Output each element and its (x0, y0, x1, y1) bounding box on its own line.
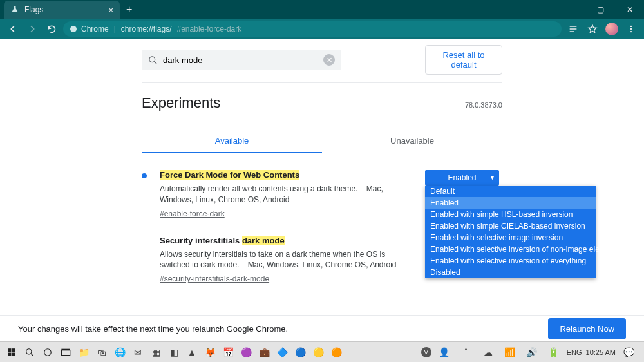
app-icon[interactable]: 💼 (255, 343, 273, 361)
dropdown-option[interactable]: Disabled (425, 267, 596, 278)
chrome-icon[interactable]: 🔵 (291, 343, 309, 361)
modified-dot-icon (142, 173, 147, 178)
firefox-icon[interactable]: 🦊 (201, 343, 219, 361)
footer-message: Your changes will take effect the next t… (18, 324, 288, 334)
svg-point-4 (149, 56, 155, 62)
page-content: ✕ Reset all to default Experiments 78.0.… (0, 39, 644, 316)
search-input[interactable] (163, 55, 318, 65)
relaunch-footer: Your changes will take effect the next t… (0, 316, 644, 341)
address-bar[interactable]: Chrome | chrome://flags/#enable-force-da… (63, 21, 562, 37)
clear-search-button[interactable]: ✕ (323, 54, 335, 66)
window-titlebar: Flags × + — ▢ ✕ (0, 0, 644, 19)
tabs: Available Unavailable (142, 129, 502, 153)
flag-title: Security interstitials dark mode (160, 236, 412, 245)
site-info-chip[interactable]: Chrome (70, 24, 109, 33)
url-fragment: #enable-force-dark (177, 24, 242, 33)
svg-point-10 (44, 348, 52, 356)
browser-tab[interactable]: Flags × (4, 1, 120, 19)
svg-rect-6 (12, 348, 15, 352)
onedrive-icon[interactable]: ☁ (479, 343, 497, 361)
version-text: 78.0.3873.0 (465, 101, 502, 109)
svg-rect-7 (8, 352, 11, 356)
app-icon[interactable]: 🟡 (309, 343, 327, 361)
flag-dropdown[interactable]: Default Enabled Enabled with simple HSL-… (425, 186, 596, 278)
tray-badge[interactable]: V (421, 347, 431, 357)
notifications-icon[interactable]: 💬 (620, 343, 638, 361)
edge-icon[interactable]: 🌐 (111, 343, 129, 361)
reload-button[interactable] (44, 21, 59, 37)
close-button[interactable]: ✕ (615, 0, 644, 19)
reader-icon[interactable] (565, 21, 581, 37)
volume-icon[interactable]: 🔊 (523, 343, 541, 361)
taskview-icon[interactable] (57, 343, 75, 361)
dropdown-option[interactable]: Enabled with simple HSL-based inversion (425, 209, 596, 220)
caret-down-icon: ▼ (489, 175, 495, 181)
browser-toolbar: Chrome | chrome://flags/#enable-force-da… (0, 19, 644, 39)
svg-rect-11 (61, 350, 70, 355)
flag-item: Force Dark Mode for Web Contents Automat… (142, 170, 502, 219)
new-tab-button[interactable]: + (126, 4, 132, 15)
app-icon[interactable]: 🟣 (237, 343, 255, 361)
search-icon[interactable] (21, 343, 39, 361)
back-button[interactable] (5, 21, 21, 37)
search-row: ✕ Reset all to default (142, 39, 502, 83)
tab-available[interactable]: Available (142, 129, 322, 153)
app-icon[interactable]: 🟠 (327, 343, 345, 361)
svg-rect-8 (12, 352, 15, 356)
url-main: chrome://flags/ (121, 24, 172, 33)
bookmark-star-icon[interactable] (585, 21, 600, 37)
svg-rect-5 (8, 348, 11, 352)
dropdown-option[interactable]: Enabled with simple CIELAB-based inversi… (425, 220, 596, 232)
relaunch-button[interactable]: Relaunch Now (548, 318, 626, 339)
select-value: Enabled (448, 173, 476, 182)
app-icon[interactable]: 🔷 (273, 343, 291, 361)
profile-avatar[interactable] (604, 21, 620, 37)
app-icon[interactable]: ▲ (183, 343, 201, 361)
tab-unavailable[interactable]: Unavailable (322, 129, 502, 153)
svg-point-9 (26, 348, 32, 354)
svg-point-1 (630, 26, 632, 27)
store-icon[interactable]: 🛍 (93, 343, 111, 361)
battery-icon[interactable]: 🔋 (545, 343, 563, 361)
flag-anchor[interactable]: #security-interstitials-dark-mode (160, 274, 269, 283)
tray-clock[interactable]: 10:25 AM (586, 348, 616, 356)
system-tray: V 👤 ˄ ☁ 📶 🔊 🔋 ENG 10:25 AM 💬 (421, 343, 641, 361)
wifi-icon[interactable]: 📶 (501, 343, 519, 361)
svg-point-3 (630, 31, 632, 32)
page-title: Experiments (142, 95, 220, 111)
people-icon[interactable]: 👤 (435, 343, 453, 361)
page-header: Experiments 78.0.3873.0 (142, 95, 502, 111)
app-icon[interactable]: ◧ (165, 343, 183, 361)
svg-point-0 (70, 26, 77, 32)
flag-description: Automatically render all web contents us… (160, 184, 412, 205)
search-icon (148, 55, 158, 65)
calendar-icon[interactable]: 📅 (219, 343, 237, 361)
tab-close-icon[interactable]: × (108, 5, 113, 15)
menu-button[interactable] (623, 21, 639, 37)
dropdown-option[interactable]: Default (425, 186, 596, 197)
windows-taskbar: 📁 🛍 🌐 ✉ ▦ ◧ ▲ 🦊 📅 🟣 💼 🔷 🔵 🟡 🟠 V 👤 ˄ ☁ 📶 … (0, 341, 644, 362)
dropdown-option[interactable]: Enabled with selective inversion of non-… (425, 243, 596, 255)
start-button[interactable] (3, 343, 21, 361)
flask-icon (10, 5, 19, 14)
forward-button[interactable] (24, 21, 40, 37)
omnibox-separator: | (114, 24, 116, 33)
dropdown-option[interactable]: Enabled with selective image inversion (425, 232, 596, 243)
explorer-icon[interactable]: 📁 (75, 343, 93, 361)
minimize-button[interactable]: — (557, 0, 586, 19)
flag-select[interactable]: Enabled ▼ (425, 170, 499, 186)
chrome-icon (70, 25, 77, 33)
search-box[interactable]: ✕ (142, 50, 341, 70)
cortana-icon[interactable] (39, 343, 57, 361)
dropdown-option[interactable]: Enabled with selective inversion of ever… (425, 255, 596, 267)
mail-icon[interactable]: ✉ (129, 343, 147, 361)
app-icon[interactable]: ▦ (147, 343, 165, 361)
maximize-button[interactable]: ▢ (586, 0, 615, 19)
reset-all-button[interactable]: Reset all to default (425, 45, 502, 75)
dropdown-option[interactable]: Enabled (425, 197, 596, 209)
window-controls: — ▢ ✕ (557, 0, 644, 19)
flag-anchor[interactable]: #enable-force-dark (160, 209, 225, 218)
tray-language[interactable]: ENG (567, 348, 582, 356)
site-chip-label: Chrome (81, 24, 109, 33)
tray-chevron-icon[interactable]: ˄ (457, 343, 475, 361)
